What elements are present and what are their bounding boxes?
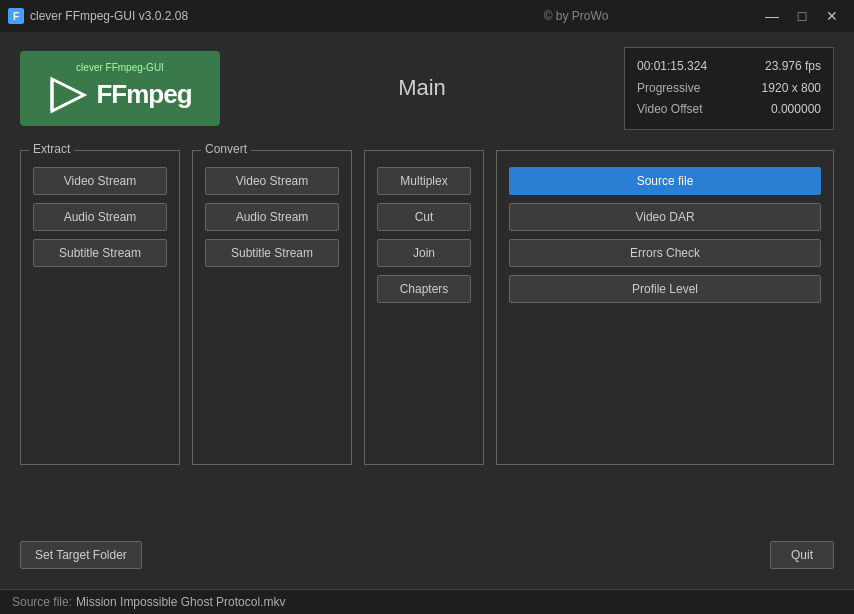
extract-label: Extract <box>29 142 74 156</box>
tools-buttons: Multiplex Cut Join Chapters <box>377 167 471 303</box>
video-dar-button[interactable]: Video DAR <box>509 203 821 231</box>
extract-buttons: Video Stream Audio Stream Subtitle Strea… <box>33 167 167 267</box>
source-panel: Source file Video DAR Errors Check Profi… <box>496 150 834 465</box>
convert-label: Convert <box>201 142 251 156</box>
join-button[interactable]: Join <box>377 239 471 267</box>
info-offset-label: Video Offset <box>637 99 703 121</box>
info-resolution: 1920 x 800 <box>762 78 821 100</box>
cut-button[interactable]: Cut <box>377 203 471 231</box>
tools-panel: Multiplex Cut Join Chapters <box>364 150 484 465</box>
logo-box: clever FFmpeg-GUI FFmpeg <box>20 51 220 126</box>
svg-marker-0 <box>52 79 84 111</box>
extract-panel: Extract Video Stream Audio Stream Subtit… <box>20 150 180 465</box>
profile-level-button[interactable]: Profile Level <box>509 275 821 303</box>
main-title: Main <box>220 75 624 101</box>
info-offset-value: 0.000000 <box>771 99 821 121</box>
minimize-button[interactable]: — <box>758 5 786 27</box>
multiplex-button[interactable]: Multiplex <box>377 167 471 195</box>
logo-tagline: clever FFmpeg-GUI <box>76 62 164 73</box>
bottom-section: Set Target Folder Quit <box>20 541 834 579</box>
app-title: clever FFmpeg-GUI v3.0.2.08 <box>30 9 394 23</box>
info-panel: 00:01:15.324 23.976 fps Progressive 1920… <box>624 47 834 130</box>
quit-button[interactable]: Quit <box>770 541 834 569</box>
info-duration: 00:01:15.324 <box>637 56 707 78</box>
window-controls: — □ ✕ <box>758 5 846 27</box>
info-fps: 23.976 fps <box>765 56 821 78</box>
info-scan: Progressive <box>637 78 700 100</box>
extract-video-stream-button[interactable]: Video Stream <box>33 167 167 195</box>
status-filename: Mission Impossible Ghost Protocol.mkv <box>76 595 285 609</box>
convert-audio-stream-button[interactable]: Audio Stream <box>205 203 339 231</box>
title-bar: F clever FFmpeg-GUI v3.0.2.08 © by ProWo… <box>0 0 854 32</box>
extract-subtitle-stream-button[interactable]: Subtitle Stream <box>33 239 167 267</box>
chapters-button[interactable]: Chapters <box>377 275 471 303</box>
source-file-button[interactable]: Source file <box>509 167 821 195</box>
set-target-folder-button[interactable]: Set Target Folder <box>20 541 142 569</box>
logo-main: FFmpeg <box>48 75 191 115</box>
errors-check-button[interactable]: Errors Check <box>509 239 821 267</box>
status-bar: Source file: Mission Impossible Ghost Pr… <box>0 589 854 614</box>
convert-buttons: Video Stream Audio Stream Subtitle Strea… <box>205 167 339 267</box>
extract-audio-stream-button[interactable]: Audio Stream <box>33 203 167 231</box>
status-prefix: Source file: <box>12 595 72 609</box>
close-button[interactable]: ✕ <box>818 5 846 27</box>
convert-panel: Convert Video Stream Audio Stream Subtit… <box>192 150 352 465</box>
app-icon: F <box>8 8 24 24</box>
convert-video-stream-button[interactable]: Video Stream <box>205 167 339 195</box>
maximize-button[interactable]: □ <box>788 5 816 27</box>
app-content: clever FFmpeg-GUI FFmpeg Main 00:01:15.3… <box>0 32 854 589</box>
source-buttons: Source file Video DAR Errors Check Profi… <box>509 167 821 303</box>
logo-text: FFmpeg <box>96 79 191 110</box>
ffmpeg-logo-icon <box>48 75 88 115</box>
header-section: clever FFmpeg-GUI FFmpeg Main 00:01:15.3… <box>20 47 834 130</box>
copyright-text: © by ProWo <box>394 9 758 23</box>
convert-subtitle-stream-button[interactable]: Subtitle Stream <box>205 239 339 267</box>
panels-row: Extract Video Stream Audio Stream Subtit… <box>20 150 834 465</box>
